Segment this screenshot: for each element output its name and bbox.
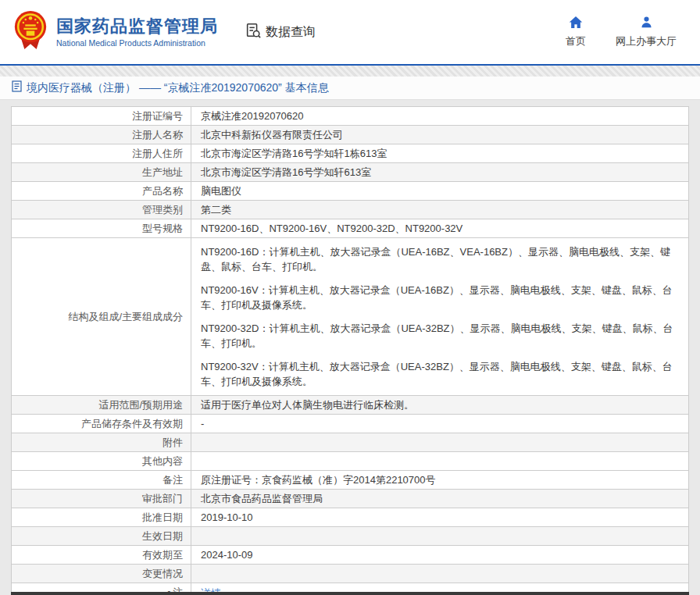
table-row: 产品储存条件及有效期- <box>12 415 689 433</box>
row-label: 生产地址 <box>12 163 191 182</box>
online-hall-label: 网上办事大厅 <box>616 34 677 48</box>
row-value: 第二类 <box>191 201 689 219</box>
table-row: 其他内容 <box>12 452 689 471</box>
document-icon <box>12 80 22 95</box>
row-label-text: 注册证编号 <box>132 110 183 122</box>
breadcrumb: 境内医疗器械（注册） —— “京械注准20192070620” 基本信息 <box>0 77 700 100</box>
person-icon <box>640 16 653 32</box>
row-value-text: 北京中科新拓仪器有限责任公司 <box>201 129 343 141</box>
table-row: 产品名称脑电图仪 <box>12 182 689 201</box>
row-value: 北京市海淀区学清路16号学知轩613室 <box>191 163 689 182</box>
row-label: 适用范围/预期用途 <box>12 396 191 415</box>
table-row: 生效日期 <box>12 527 689 546</box>
row-value-text: 2019-10-10 <box>201 511 253 523</box>
row-label-text: 结构及组成/主要组成成分 <box>68 311 183 322</box>
row-label-text: 生产地址 <box>142 166 183 178</box>
table-row: 审批部门北京市食品药品监督管理局 <box>12 490 689 508</box>
agency-name-cn: 国家药品监督管理局 <box>56 16 218 36</box>
table-row: 注册人名称北京中科新拓仪器有限责任公司 <box>12 126 689 144</box>
table-row: 结构及组成/主要组成成分NT9200-16D：计算机主机、放大器记录盒（UEA-… <box>12 238 689 396</box>
row-value: 2024-10-09 <box>191 546 689 565</box>
table-row: 适用范围/预期用途适用于医疗单位对人体脑生物电进行临床检测。 <box>12 396 689 415</box>
row-value-text: NT9200-16D、NT9200-16V、NT9200-32D、NT9200-… <box>201 223 462 234</box>
table-row: 有效期至2024-10-09 <box>12 546 689 565</box>
table-row: 型号规格NT9200-16D、NT9200-16V、NT9200-32D、NT9… <box>12 219 689 238</box>
table-row: 批准日期2019-10-10 <box>12 508 689 527</box>
row-label: 注册人名称 <box>12 126 191 144</box>
top-nav: 首页 网上办事大厅 <box>566 16 677 48</box>
info-table-body: 注册证编号京械注准20192070620注册人名称北京中科新拓仪器有限责任公司注… <box>12 107 689 595</box>
row-value: 北京中科新拓仪器有限责任公司 <box>191 126 689 144</box>
row-value: 2019-10-10 <box>191 508 689 527</box>
agency-name-en: National Medical Products Administration <box>56 38 218 48</box>
home-link[interactable]: 首页 <box>566 16 586 48</box>
data-query-label: 数据查询 <box>266 24 316 41</box>
home-label: 首页 <box>566 34 586 48</box>
row-label: 产品储存条件及有效期 <box>12 415 191 433</box>
row-value: 脑电图仪 <box>191 182 689 201</box>
row-label-text: 批准日期 <box>142 511 183 523</box>
divider-strip <box>0 66 700 77</box>
row-value-text: 北京市食品药品监督管理局 <box>201 493 323 504</box>
row-value <box>191 527 689 546</box>
row-label-text: 型号规格 <box>142 223 183 234</box>
row-label: 注册证编号 <box>12 107 191 126</box>
composition-paragraph: NT9200-16V：计算机主机、放大器记录盒（UEA-16BZ）、显示器、脑电… <box>201 283 679 312</box>
row-label-text: 注册人名称 <box>132 129 183 141</box>
row-label-text: 附件 <box>162 436 183 448</box>
row-label-text: 备注 <box>162 474 183 486</box>
home-icon <box>569 16 583 32</box>
row-value-text: 原注册证号：京食药监械（准）字2014第2210700号 <box>201 474 436 486</box>
row-value: 原注册证号：京食药监械（准）字2014第2210700号 <box>191 471 689 490</box>
table-row: 生产地址北京市海淀区学清路16号学知轩613室 <box>12 163 689 182</box>
row-label-text: 适用范围/预期用途 <box>98 399 183 411</box>
data-query-nav[interactable]: 数据查询 <box>245 22 316 42</box>
row-label-text: 产品储存条件及有效期 <box>81 418 183 429</box>
row-label: 注册人住所 <box>12 144 191 163</box>
row-label: 有效期至 <box>12 546 191 565</box>
row-label-text: 有效期至 <box>142 549 183 561</box>
row-label-text: 产品名称 <box>142 185 183 197</box>
agency-title-block: 国家药品监督管理局 National Medical Products Admi… <box>56 16 218 48</box>
row-value-text: 第二类 <box>201 204 231 216</box>
row-label-text: 注册人住所 <box>132 148 183 159</box>
breadcrumb-text: 境内医疗器械（注册） —— “京械注准20192070620” 基本信息 <box>27 81 329 95</box>
registration-info-table: 注册证编号京械注准20192070620注册人名称北京中科新拓仪器有限责任公司注… <box>11 106 689 595</box>
row-label: 批准日期 <box>12 508 191 527</box>
composition-paragraph: NT9200-32D：计算机主机、放大器记录盒（UEA-32BZ）、显示器、脑电… <box>201 321 679 351</box>
row-label-text: 其他内容 <box>142 455 183 467</box>
table-row: 注册证编号京械注准20192070620 <box>12 107 689 126</box>
row-value-text: 北京市海淀区学清路16号学知轩1栋613室 <box>201 148 387 159</box>
page: 国家药品监督管理局 National Medical Products Admi… <box>0 0 700 595</box>
row-value: NT9200-16D：计算机主机、放大器记录盒（UEA-16BZ、VEA-16B… <box>191 238 689 396</box>
row-value: - <box>191 415 689 433</box>
row-value-text: - <box>201 418 204 429</box>
row-value: 北京市海淀区学清路16号学知轩1栋613室 <box>191 144 689 163</box>
table-row: 附件 <box>12 433 689 452</box>
row-label-text: 变更情况 <box>142 568 183 579</box>
row-value <box>191 452 689 471</box>
row-value <box>191 565 689 583</box>
row-label: 产品名称 <box>12 182 191 201</box>
row-value-text: 2024-10-09 <box>201 549 253 561</box>
row-value-text: 京械注准20192070620 <box>201 110 304 122</box>
table-row: 变更情况 <box>12 565 689 583</box>
document-search-icon <box>245 22 262 42</box>
row-label: 变更情况 <box>12 565 191 583</box>
site-header: 国家药品监督管理局 National Medical Products Admi… <box>0 0 700 66</box>
table-row: 注册人住所北京市海淀区学清路16号学知轩1栋613室 <box>12 144 689 163</box>
online-hall-link[interactable]: 网上办事大厅 <box>616 16 677 48</box>
row-label: 附件 <box>12 433 191 452</box>
row-label: 生效日期 <box>12 527 191 546</box>
row-value: 北京市食品药品监督管理局 <box>191 490 689 508</box>
row-value-text: 适用于医疗单位对人体脑生物电进行临床检测。 <box>201 399 414 411</box>
row-label: 其他内容 <box>12 452 191 471</box>
agency-logo[interactable]: 国家药品监督管理局 National Medical Products Admi… <box>12 10 218 54</box>
row-label: 结构及组成/主要组成成分 <box>12 238 191 396</box>
row-label: 型号规格 <box>12 219 191 238</box>
table-row: 备注原注册证号：京食药监械（准）字2014第2210700号 <box>12 471 689 490</box>
row-value: 适用于医疗单位对人体脑生物电进行临床检测。 <box>191 396 689 415</box>
table-row: 管理类别第二类 <box>12 201 689 219</box>
row-label: 审批部门 <box>12 490 191 508</box>
row-value <box>191 433 689 452</box>
